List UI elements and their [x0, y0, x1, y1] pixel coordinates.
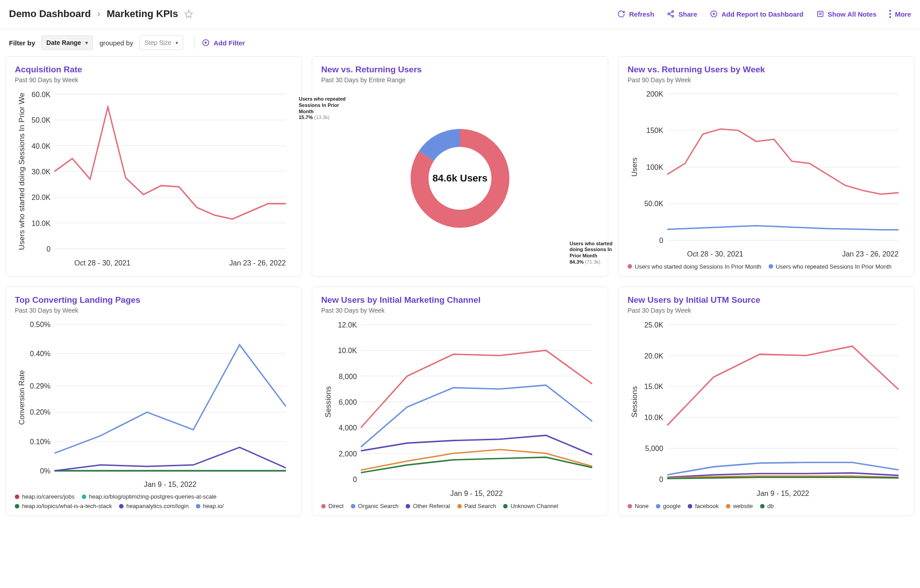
svg-text:Jan 9 - 15, 2022: Jan 9 - 15, 2022 [756, 489, 809, 498]
legend-swatch [321, 504, 326, 508]
svg-text:10.0K: 10.0K [31, 219, 50, 228]
svg-point-2 [668, 13, 670, 15]
svg-text:4,000: 4,000 [339, 423, 357, 432]
legend-label: Direct [328, 503, 344, 509]
legend-item[interactable]: google [656, 503, 681, 509]
svg-text:15.0K: 15.0K [644, 382, 663, 391]
legend-item[interactable]: Other Referral [406, 503, 450, 509]
legend-label: heap.io/ [203, 503, 224, 509]
legend-item[interactable]: None [628, 503, 649, 509]
star-icon[interactable] [184, 9, 193, 18]
legend-item[interactable]: facebook [688, 503, 719, 509]
svg-text:10.0K: 10.0K [338, 346, 357, 355]
card-title[interactable]: New vs. Returning Users [321, 65, 599, 75]
chart-utm: 05,00010.0K15.0K20.0K25.0KJan 9 - 15, 20… [628, 318, 905, 500]
chart-acquisition: 010.0K20.0K30.0K40.0K50.0K60.0KOct 28 - … [15, 87, 292, 270]
svg-text:Jan 9 - 15, 2022: Jan 9 - 15, 2022 [144, 480, 196, 488]
svg-point-6 [889, 10, 891, 12]
legend-swatch [15, 495, 19, 499]
svg-text:25.0K: 25.0K [644, 320, 663, 329]
more-button[interactable]: More [889, 10, 911, 18]
chart-channel: 02,0004,0006,0008,00010.0K12.0KJan 9 - 1… [321, 318, 599, 500]
svg-text:0: 0 [353, 475, 357, 484]
legend: Nonegooglefacebookwebsitedb [628, 503, 905, 509]
legend-swatch [457, 504, 462, 508]
legend-label: None [635, 503, 649, 509]
add-report-button[interactable]: Add Report to Dashboard [710, 10, 804, 18]
svg-text:0.50%: 0.50% [30, 320, 51, 328]
step-size-select[interactable]: Step Size ▾ [139, 35, 183, 50]
show-notes-label: Show All Notes [828, 10, 877, 18]
chevron-right-icon: › [97, 8, 100, 20]
more-label: More [895, 10, 911, 18]
svg-text:2,000: 2,000 [339, 449, 357, 458]
card-title[interactable]: New vs. Returning Users by Week [628, 65, 905, 75]
legend-item[interactable]: Unknown Channel [503, 503, 558, 509]
svg-text:Jan 23 - 26, 2022: Jan 23 - 26, 2022 [229, 259, 286, 268]
dashboard-grid: Acquisition Rate Past 90 Days by Week 01… [0, 56, 920, 525]
svg-text:0.40%: 0.40% [30, 349, 51, 358]
legend-item[interactable]: heapanalytics.com/login [119, 503, 189, 509]
legend-item[interactable]: Paid Search [457, 503, 496, 509]
legend-swatch [119, 504, 124, 508]
share-button[interactable]: Share [667, 10, 697, 18]
legend-item[interactable]: heap.io/topics/what-is-a-tech-stack [15, 503, 112, 509]
legend-item[interactable]: Organic Search [351, 503, 398, 509]
card-title[interactable]: Top Converting Landing Pages [15, 295, 292, 305]
svg-text:0.20%: 0.20% [30, 408, 51, 416]
card-utm: New Users by Initial UTM Source Past 30 … [618, 287, 915, 517]
legend-item[interactable]: heap.io/ [196, 503, 224, 509]
refresh-button[interactable]: Refresh [617, 10, 654, 18]
legend-item[interactable]: Direct [321, 503, 344, 509]
svg-text:10.0K: 10.0K [644, 413, 663, 422]
card-title[interactable]: New Users by Initial UTM Source [628, 295, 905, 305]
breadcrumb-parent[interactable]: Demo Dashboard [9, 8, 91, 20]
svg-text:6,000: 6,000 [339, 398, 357, 407]
legend-label: google [663, 503, 681, 509]
legend-swatch [688, 504, 692, 508]
card-acquisition-rate: Acquisition Rate Past 90 Days by Week 01… [5, 56, 302, 277]
svg-text:50.0K: 50.0K [644, 199, 663, 208]
card-subtitle: Past 30 Days by Entire Range [321, 76, 599, 84]
separator [194, 36, 195, 49]
show-notes-button[interactable]: Show All Notes [816, 10, 877, 18]
svg-text:5,000: 5,000 [645, 444, 663, 453]
svg-point-8 [889, 16, 891, 18]
chevron-down-icon: ▾ [85, 40, 88, 46]
legend-item[interactable]: db [760, 503, 774, 509]
add-filter-button[interactable]: Add Filter [202, 39, 245, 47]
card-title[interactable]: Acquisition Rate [15, 65, 292, 75]
legend-label: heap.io/careers/jobs [22, 493, 75, 500]
plus-circle-icon [710, 10, 718, 18]
legend-swatch [628, 504, 632, 508]
legend: heap.io/careers/jobsheap.io/blog/optimiz… [15, 493, 292, 509]
legend-item[interactable]: Users who started doing Sessions In Prio… [628, 263, 761, 270]
svg-text:150K: 150K [646, 126, 663, 134]
svg-text:12.0K: 12.0K [338, 320, 357, 329]
svg-text:Sessions: Sessions [324, 386, 332, 417]
legend-label: Organic Search [358, 503, 398, 509]
svg-text:20.0K: 20.0K [644, 351, 663, 360]
plus-circle-icon [202, 39, 210, 47]
svg-text:Oct 28 - 30, 2021: Oct 28 - 30, 2021 [687, 250, 743, 258]
legend-item[interactable]: heap.io/blog/optimizing-postgres-queries… [82, 493, 217, 500]
legend-label: db [767, 503, 774, 509]
legend-swatch [82, 495, 86, 499]
legend-swatch [628, 264, 632, 269]
legend-swatch [406, 504, 410, 508]
legend-item[interactable]: website [726, 503, 753, 509]
svg-text:0: 0 [659, 236, 663, 244]
card-new-vs-returning: New vs. Returning Users Past 30 Days by … [312, 56, 608, 277]
legend-item[interactable]: heap.io/careers/jobs [15, 493, 75, 500]
legend-label: facebook [695, 503, 719, 509]
legend-swatch [351, 504, 355, 508]
card-title[interactable]: New Users by Initial Marketing Channel [321, 295, 599, 305]
date-range-select[interactable]: Date Range ▾ [41, 35, 93, 50]
legend-swatch [760, 504, 765, 508]
svg-text:0.29%: 0.29% [30, 381, 51, 389]
card-subtitle: Past 30 Days by Week [321, 307, 599, 314]
filter-bar: Filter by Date Range ▾ grouped by Step S… [0, 29, 920, 56]
svg-text:20.0K: 20.0K [31, 193, 50, 202]
legend-item[interactable]: Users who repeated Sessions In Prior Mon… [769, 263, 892, 270]
legend-label: Other Referral [413, 503, 450, 509]
